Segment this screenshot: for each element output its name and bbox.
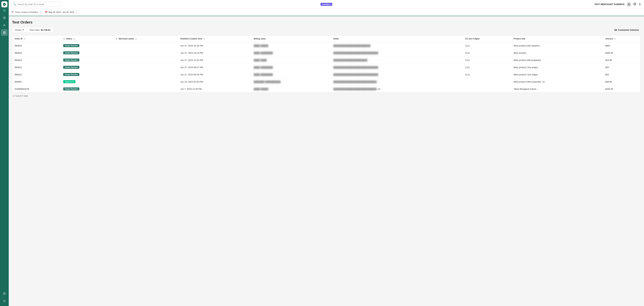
order-id-cell: 650011 [12,71,61,78]
svg-rect-10 [614,29,615,31]
table-row[interactable]: 650011 Under Review Jun 27, 2023 06:04 P… [12,71,640,78]
col-email: Email [331,36,463,42]
sidebar-item-settings[interactable] [1,298,8,304]
status-badge: Under Review [63,58,79,62]
table-row[interactable]: 650015 Under Review Jun 27, 2023 10:14 P… [12,49,640,56]
sidebar-logo[interactable] [1,1,8,8]
sort-icon-merchant: ⇅ [135,38,137,40]
sidebar-item-analytics[interactable] [1,14,8,21]
orders-value: 7 [23,29,24,31]
amount-cell: $39.98 [603,78,640,86]
status-cell: Under Review [61,49,114,56]
billing-name-cell: ████ ████████ [252,49,331,56]
table-row[interactable]: 650012 Under Review Jun 27, 2023 06:07 P… [12,64,640,71]
filter-label: Order created at Riskified [15,11,38,14]
merchant-status-cell [113,49,178,56]
sidebar-toggle[interactable]: › [3,9,6,12]
status-cell: Under Review [61,71,114,78]
product-cell: Main product with advance... [511,42,603,49]
sidebar-item-users[interactable] [1,22,8,28]
billing-name-value: ████ █████ [254,44,268,47]
date-range-label: May 28, 2023 - Jun 28, 2023 [48,11,74,14]
col-creation-time[interactable]: Riskified Creation time ⇅ [178,36,252,42]
svg-point-1 [3,16,6,19]
billing-name-cell: ████ █████ [252,42,331,49]
sidebar-item-billing[interactable] [1,290,8,297]
product-cell: Main product, free shippi... [511,71,603,78]
email-cell: ████████████████████████████ [331,78,463,86]
status-badge: Under Review [63,51,79,54]
orders-label: Orders [15,29,22,31]
product-cell: Main product [511,49,603,56]
col-status[interactable]: Status ⇅ [61,36,114,42]
merchant-status-cell [113,42,178,49]
email-value: █████████████████████████████ [334,73,378,76]
sort-icon-creation-time: ⇅ [204,38,205,40]
billing-name-cell: ████ █████ [252,86,331,92]
col-amount[interactable]: Amount ⇅ [603,36,640,42]
status-cell: Under Review [61,64,114,71]
merchant-status-cell [113,71,178,78]
orders-count: Orders 7 [12,27,26,32]
order-id-cell: 650014 [12,56,61,64]
total-value: Total Value $1,736.91 [26,27,53,32]
search-icon: 🔍 [13,3,16,6]
billing-name-cell: ████ ████████ [252,64,331,71]
col-billing-name: Billing name [252,36,331,42]
columns-icon [614,29,617,31]
order-id-cell: 650012 [12,64,61,71]
orders-table: Order ID ⇅ Status ⇅ [12,36,641,93]
search-input[interactable] [18,3,60,6]
cc-cell [463,86,511,92]
merchant-status-cell [113,64,178,71]
table-header-row: Order ID ⇅ Status ⇅ [12,36,640,42]
sidebar: › [0,0,9,306]
col-order-id[interactable]: Order ID ⇅ [12,36,61,42]
product-cell: Main product with properties [511,56,603,64]
email-value: ████████████████████████████ [334,80,377,83]
download-icon[interactable] [638,2,641,6]
cc-cell: 1111 [463,49,511,56]
creation-time-cell: Jun 27, 2023 10:10 PM [178,56,252,64]
email-cell: ██████████████████████ [331,56,463,64]
amount-cell: $340.99 [603,86,640,92]
svg-point-0 [3,3,6,6]
svg-rect-12 [616,29,617,31]
email-value: █████████████████████████████ [334,66,378,68]
table-row[interactable]: 650001 Approved Jun 16, 2023 02:55 PM ██… [12,78,640,86]
status-cell: Under Review [61,56,114,64]
date-range-picker[interactable]: 📅 May 28, 2023 - Jun 28, 2023 ▾ [43,10,79,14]
avatar[interactable] [626,2,631,7]
table-row[interactable]: 510000010278 Under Review Jun 7, 2023 12… [12,86,640,92]
product-title-value: Attest Biological Indicat... [514,88,538,90]
sidebar-item-orders[interactable] [1,29,8,36]
email-cell: █████████████████████████████ [331,49,463,56]
status-badge: Approved [63,80,76,83]
globe-icon[interactable] [633,2,636,6]
email-cell: █████████████████████████████ [331,64,463,71]
main-content: 🔍 Sandbox TEST MERCHANT SANDBOX [9,0,644,306]
amount-cell: $495.95 [603,49,640,56]
customize-columns-button[interactable]: Customize Columns [613,28,641,32]
page-content: Test Orders Orders 7 Total Value $1,736.… [9,16,644,306]
table-row[interactable]: 650014 Under Review Jun 27, 2023 10:10 P… [12,56,640,64]
creation-time-cell: Jun 7, 2023 12:35 PM [178,86,252,92]
status-badge: Under Review [63,44,79,47]
status-badge: Under Review [63,88,79,90]
col-merchant-status[interactable]: Merchant status ⇅ [113,36,178,42]
billing-name-value: ████ ████ [254,59,267,62]
table-row[interactable]: 650016 Under Review Jun 27, 2023 10:16 P… [12,42,640,49]
billing-name-cell: ████ ████ [252,56,331,64]
amount-cell: $19.99 [603,56,640,64]
cc-cell: 1111 [463,42,511,49]
filter-merchant-icon [116,38,118,40]
status-cell: Under Review [61,86,114,92]
product-title-value: Main product [514,52,526,54]
cc-cell: 1111 [463,56,511,64]
sort-icon-order-id: ⇅ [24,38,25,40]
merchant-status-cell [113,78,178,86]
search-box[interactable]: 🔍 [12,2,62,7]
order-id-cell: 650016 [12,42,61,49]
status-cell: Under Review [61,42,114,49]
col-cc: CC last 4 digits [463,36,511,42]
